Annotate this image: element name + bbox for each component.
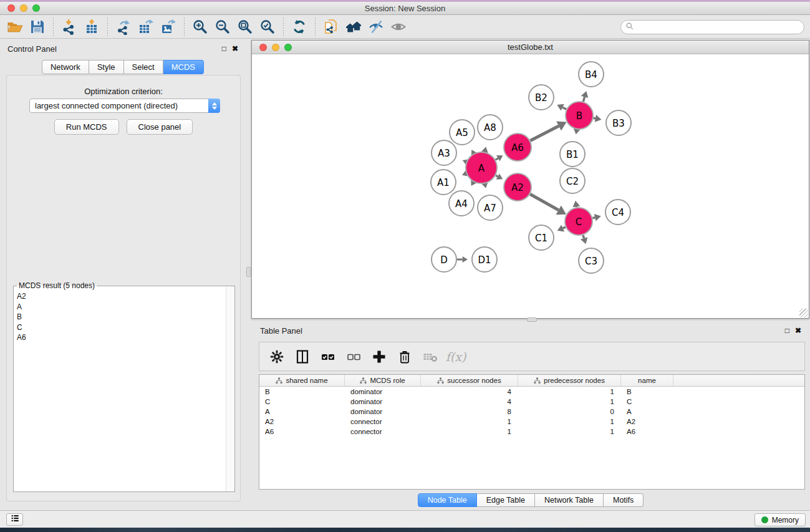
export-image-button[interactable] <box>157 17 180 37</box>
mcds-result-scrollbar[interactable] <box>226 286 234 491</box>
node-label-C4: C4 <box>612 207 624 218</box>
deselect-all-button[interactable] <box>344 347 364 367</box>
edge-A-A6[interactable] <box>496 158 498 160</box>
hierarchy-icon <box>534 377 541 384</box>
select-all-button[interactable] <box>318 347 338 367</box>
tab-style[interactable]: Style <box>89 60 124 74</box>
node-label-C2: C2 <box>566 176 579 187</box>
table-cell: A6 <box>621 428 673 435</box>
edge-B-B2[interactable] <box>562 107 566 109</box>
close-panel-button[interactable]: Close panel <box>127 119 193 135</box>
column-label: predecessor nodes <box>544 377 605 384</box>
table-row[interactable]: Adominator80A <box>259 407 804 417</box>
node-label-A7: A7 <box>484 203 496 214</box>
app-titlebar: Session: New Session <box>0 2 810 15</box>
table-cell: 1 <box>518 398 621 405</box>
column-layout-button[interactable] <box>292 347 312 367</box>
edge-C-C1[interactable] <box>563 227 566 228</box>
column-label: MCDS role <box>370 377 405 384</box>
table-row[interactable]: Bdominator41B <box>259 387 804 397</box>
hide-selected-button[interactable] <box>365 17 387 37</box>
memory-button[interactable]: Memory <box>755 513 806 526</box>
float-panel-icon[interactable]: □ <box>785 326 789 335</box>
mcds-result-item[interactable]: A2 <box>17 291 26 302</box>
column-label: successor nodes <box>447 377 501 384</box>
new-network-from-file-button[interactable] <box>320 17 342 37</box>
import-table-button[interactable] <box>80 17 103 37</box>
show-all-networks-button[interactable] <box>342 17 365 37</box>
save-session-button[interactable] <box>26 17 49 37</box>
search-icon <box>625 22 634 33</box>
export-table-button[interactable] <box>135 17 157 37</box>
status-bar: Memory <box>0 510 810 528</box>
resize-grip-icon[interactable] <box>799 309 808 317</box>
mcds-result-item[interactable]: B <box>17 312 26 322</box>
table-panel-tabs: Node TableEdge TableNetwork TableMotifs <box>251 493 810 507</box>
network-window-titlebar[interactable]: testGlobe.txt <box>252 41 809 54</box>
table-cell: A2 <box>621 418 673 425</box>
edge-C-C4[interactable] <box>592 218 595 218</box>
mcds-result-item[interactable]: A6 <box>17 332 26 343</box>
edge-B-B4[interactable] <box>583 97 584 102</box>
search-box[interactable] <box>620 20 804 34</box>
table-cell: A <box>259 408 345 415</box>
export-network-button[interactable] <box>112 17 135 37</box>
edge-A6-B[interactable] <box>530 126 559 141</box>
toolbar-icon-group <box>4 17 410 37</box>
table-row[interactable]: A6connector11A6 <box>259 427 804 437</box>
close-panel-icon[interactable]: ✖ <box>795 326 801 335</box>
control-panel-header: Control Panel □ ✖ <box>2 41 243 56</box>
zoom-selected-button[interactable] <box>256 17 279 37</box>
column-header-shared-name[interactable]: shared name <box>259 375 345 386</box>
edge-A-A2[interactable] <box>496 175 498 177</box>
column-header-name[interactable]: name <box>621 375 673 386</box>
column-header-MCDS-role[interactable]: MCDS role <box>345 375 421 386</box>
tab-network-table[interactable]: Network Table <box>535 493 604 507</box>
tab-network[interactable]: Network <box>42 60 89 74</box>
table-row[interactable]: Cdominator41C <box>259 397 804 407</box>
refresh-button[interactable] <box>288 17 311 37</box>
search-input[interactable] <box>634 23 804 32</box>
column-header-predecessor-nodes[interactable]: predecessor nodes <box>518 375 621 386</box>
vertical-splitter-handle[interactable] <box>246 267 251 277</box>
run-mcds-button[interactable]: Run MCDS <box>54 119 119 135</box>
column-header-successor-nodes[interactable]: successor nodes <box>421 375 518 386</box>
tab-mcds[interactable]: MCDS <box>163 60 204 74</box>
show-selected-button[interactable] <box>387 17 410 37</box>
tab-edge-table[interactable]: Edge Table <box>477 493 535 507</box>
open-folder-button[interactable] <box>4 17 26 37</box>
table-cell: 1 <box>518 388 621 395</box>
table-cell: A2 <box>259 418 345 425</box>
node-label-B2: B2 <box>535 92 547 104</box>
function-fx-button: f(x) <box>446 347 466 367</box>
zoom-in-button[interactable] <box>189 17 211 37</box>
node-label-C1: C1 <box>535 233 547 244</box>
edge-B-B3[interactable] <box>594 118 595 118</box>
table-cell: C <box>621 398 673 405</box>
mcds-result-item[interactable]: A <box>17 302 26 312</box>
horizontal-splitter-handle[interactable] <box>527 317 537 322</box>
float-panel-icon[interactable]: □ <box>222 44 226 53</box>
import-network-button[interactable] <box>58 17 80 37</box>
settings-gear-button[interactable] <box>267 347 287 367</box>
column-label: name <box>638 377 656 384</box>
delete-row-button[interactable] <box>395 347 415 367</box>
close-panel-icon[interactable]: ✖ <box>232 44 238 53</box>
mcds-result-item[interactable]: C <box>17 322 26 333</box>
zoom-out-button[interactable] <box>211 17 234 37</box>
tab-motifs[interactable]: Motifs <box>604 493 644 507</box>
edge-A2-C[interactable] <box>530 194 559 210</box>
mcds-result-box: MCDS result (5 nodes) A2ABCA6 <box>13 286 235 492</box>
table-row[interactable]: A2connector11A2 <box>259 417 804 427</box>
edge-C-C3[interactable] <box>583 235 584 238</box>
table-cell: A6 <box>259 428 345 435</box>
add-row-button[interactable] <box>369 347 389 367</box>
show-panels-button[interactable] <box>6 513 23 526</box>
zoom-fit-button[interactable] <box>234 17 256 37</box>
tab-select[interactable]: Select <box>124 60 163 74</box>
network-canvas[interactable]: AA1A2A3A4A5A6A7A8BB1B2B3B4CC1C2C3C4DD1 <box>252 54 809 318</box>
tab-node-table[interactable]: Node Table <box>418 493 477 507</box>
node-label-B4: B4 <box>585 69 597 80</box>
optimization-criterion-select[interactable]: largest connected component (directed) <box>29 99 220 113</box>
node-label-C: C <box>576 216 582 228</box>
